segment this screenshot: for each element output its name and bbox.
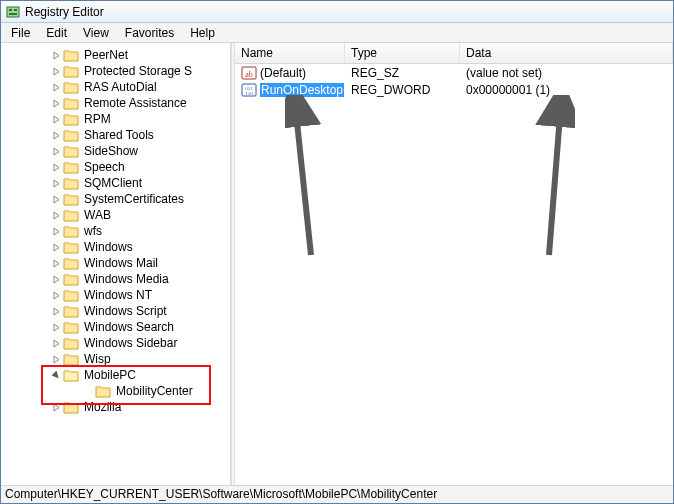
folder-icon — [63, 336, 79, 350]
tree-node[interactable]: Remote Assistance — [1, 95, 230, 111]
tree-node-label: MobilityCenter — [114, 384, 195, 398]
tree-node-label: SQMClient — [82, 176, 144, 190]
expand-icon-closed[interactable] — [51, 114, 61, 124]
tree-node[interactable]: Windows Sidebar — [1, 335, 230, 351]
tree-node[interactable]: Windows Media — [1, 271, 230, 287]
tree-node[interactable]: SideShow — [1, 143, 230, 159]
tree-node[interactable]: SQMClient — [1, 175, 230, 191]
menu-help[interactable]: Help — [182, 24, 223, 42]
menu-favorites[interactable]: Favorites — [117, 24, 182, 42]
tree-node[interactable]: Speech — [1, 159, 230, 175]
title-bar: Registry Editor — [1, 1, 673, 23]
folder-icon — [63, 96, 79, 110]
expand-icon-closed[interactable] — [51, 66, 61, 76]
annotation-arrow — [535, 95, 575, 265]
column-header-data[interactable]: Data — [460, 43, 673, 63]
tree-node[interactable]: Windows NT — [1, 287, 230, 303]
value-name: RunOnDesktop — [260, 83, 344, 97]
svg-rect-2 — [14, 9, 17, 11]
tree-node-label: Windows NT — [82, 288, 154, 302]
expand-icon-closed[interactable] — [51, 306, 61, 316]
expand-icon-closed[interactable] — [51, 178, 61, 188]
column-header-name[interactable]: Name — [235, 43, 345, 63]
expand-icon-closed[interactable] — [51, 226, 61, 236]
svg-line-10 — [549, 103, 561, 255]
value-list-panel: Name Type Data ab(Default)REG_SZ(value n… — [235, 43, 673, 485]
cell-data: 0x00000001 (1) — [460, 83, 673, 97]
menu-view[interactable]: View — [75, 24, 117, 42]
expand-icon-closed[interactable] — [51, 130, 61, 140]
tree-node[interactable]: Shared Tools — [1, 127, 230, 143]
folder-icon — [63, 112, 79, 126]
tree-node-label: Windows — [82, 240, 135, 254]
status-path: Computer\HKEY_CURRENT_USER\Software\Micr… — [5, 487, 437, 501]
tree-node-label: Shared Tools — [82, 128, 156, 142]
tree-node-label: Windows Media — [82, 272, 171, 286]
tree-node-label: RAS AutoDial — [82, 80, 159, 94]
tree-node[interactable]: Windows Mail — [1, 255, 230, 271]
expand-icon-closed[interactable] — [51, 194, 61, 204]
tree-node-label: Remote Assistance — [82, 96, 189, 110]
tree-node[interactable]: Windows Script — [1, 303, 230, 319]
tree-node-label: WAB — [82, 208, 113, 222]
menu-file[interactable]: File — [3, 24, 38, 42]
svg-text:110: 110 — [245, 91, 253, 96]
svg-line-9 — [295, 103, 311, 255]
tree-node[interactable]: Windows Search — [1, 319, 230, 335]
tree-node-label: Mozilla — [82, 400, 123, 414]
folder-icon — [63, 320, 79, 334]
expand-icon-closed[interactable] — [51, 50, 61, 60]
tree-node[interactable]: SystemCertificates — [1, 191, 230, 207]
tree-node-label: RPM — [82, 112, 113, 126]
expand-icon-closed[interactable] — [51, 82, 61, 92]
tree-node[interactable]: Wisp — [1, 351, 230, 367]
expand-icon-closed[interactable] — [51, 162, 61, 172]
expand-icon-closed[interactable] — [51, 402, 61, 412]
tree-node[interactable]: Windows — [1, 239, 230, 255]
cell-name: 011110RunOnDesktop — [235, 82, 345, 98]
tree-node[interactable]: wfs — [1, 223, 230, 239]
folder-icon — [63, 400, 79, 414]
list-row[interactable]: ab(Default)REG_SZ(value not set) — [235, 64, 673, 81]
tree-node[interactable]: MobilePC — [1, 367, 230, 383]
tree-node[interactable]: MobilityCenter — [1, 383, 230, 399]
window-title: Registry Editor — [25, 5, 104, 19]
annotation-arrow — [285, 95, 325, 265]
svg-text:ab: ab — [245, 70, 253, 79]
list-row[interactable]: 011110RunOnDesktopREG_DWORD0x00000001 (1… — [235, 81, 673, 98]
expand-icon-closed[interactable] — [51, 290, 61, 300]
tree-node[interactable]: RAS AutoDial — [1, 79, 230, 95]
tree-node[interactable]: PeerNet — [1, 47, 230, 63]
svg-rect-1 — [9, 9, 12, 11]
expand-icon-closed[interactable] — [51, 274, 61, 284]
list-rows: ab(Default)REG_SZ(value not set)011110Ru… — [235, 64, 673, 98]
expand-icon-closed[interactable] — [51, 98, 61, 108]
tree-node-label: Windows Search — [82, 320, 176, 334]
folder-icon — [63, 368, 79, 382]
column-header-type[interactable]: Type — [345, 43, 460, 63]
expand-icon-closed[interactable] — [51, 322, 61, 332]
folder-icon — [63, 128, 79, 142]
tree-panel[interactable]: PeerNetProtected Storage SRAS AutoDialRe… — [1, 43, 231, 485]
tree-node-label: Windows Mail — [82, 256, 160, 270]
cell-data: (value not set) — [460, 66, 673, 80]
menu-edit[interactable]: Edit — [38, 24, 75, 42]
tree-node[interactable]: Protected Storage S — [1, 63, 230, 79]
folder-icon — [63, 224, 79, 238]
expand-icon-closed[interactable] — [51, 338, 61, 348]
tree-node[interactable]: WAB — [1, 207, 230, 223]
expand-icon-closed[interactable] — [51, 258, 61, 268]
value-name: (Default) — [260, 66, 306, 80]
expand-icon-closed[interactable] — [51, 210, 61, 220]
expand-icon-closed[interactable] — [51, 242, 61, 252]
tree-node[interactable]: RPM — [1, 111, 230, 127]
dword-value-icon: 011110 — [241, 82, 257, 98]
tree-node[interactable]: Mozilla — [1, 399, 230, 415]
expand-icon-closed[interactable] — [51, 354, 61, 364]
tree-node-label: PeerNet — [82, 48, 130, 62]
folder-icon — [63, 192, 79, 206]
folder-icon — [63, 352, 79, 366]
expand-icon-open[interactable] — [51, 370, 61, 380]
folder-icon — [95, 384, 111, 398]
expand-icon-closed[interactable] — [51, 146, 61, 156]
